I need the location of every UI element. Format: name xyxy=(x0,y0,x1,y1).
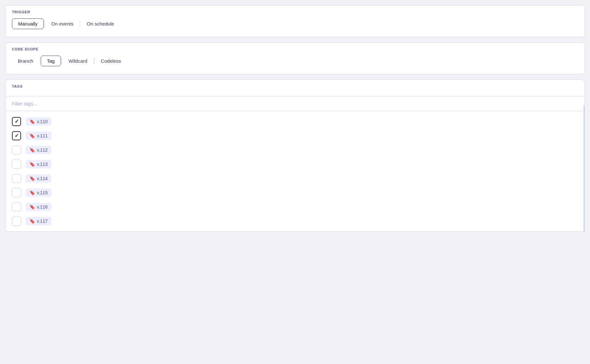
tag-label: v.113 xyxy=(37,162,48,167)
tag-badge-1[interactable]: 🔖v.111 xyxy=(26,132,51,140)
tag-row: ✓🔖v.111 xyxy=(12,129,578,143)
checkmark-icon: ✓ xyxy=(15,133,19,138)
code-scope-label: CODE SCOPE xyxy=(12,47,578,51)
trigger-manually-button[interactable]: Manually xyxy=(12,18,44,29)
tag-badge-2[interactable]: 🔖v.112 xyxy=(26,146,51,154)
tag-badge-3[interactable]: 🔖v.113 xyxy=(26,160,51,168)
trigger-header: TRIGGER Manually On events On schedule xyxy=(5,5,585,37)
tag-icon: 🔖 xyxy=(29,219,35,224)
tag-checkbox-2[interactable] xyxy=(12,145,21,155)
tags-section: TAGS ✓🔖v.110✓🔖v.111🔖v.112🔖v.113🔖v.114🔖v.… xyxy=(5,80,585,232)
tags-label: TAGS xyxy=(12,84,578,88)
tag-icon: 🔖 xyxy=(29,190,35,195)
tag-checkbox-6[interactable] xyxy=(12,202,21,211)
divider-2 xyxy=(80,21,81,27)
tags-header: TAGS xyxy=(5,80,585,96)
tag-icon: 🔖 xyxy=(29,162,35,167)
tag-icon: 🔖 xyxy=(29,119,35,124)
tag-icon: 🔖 xyxy=(29,133,35,138)
tag-label: v.116 xyxy=(37,204,48,209)
code-scope-toggle-group: Branch Tag Wildcard Codeless xyxy=(12,56,578,71)
scope-branch-button[interactable]: Branch xyxy=(12,56,39,66)
tag-badge-0[interactable]: 🔖v.110 xyxy=(26,117,51,126)
filter-input-row xyxy=(5,96,585,111)
scope-tag-button[interactable]: Tag xyxy=(41,56,61,66)
tag-badge-4[interactable]: 🔖v.114 xyxy=(26,174,51,183)
scope-divider-3 xyxy=(94,58,94,64)
tag-checkbox-1[interactable]: ✓ xyxy=(12,131,21,140)
tag-row: 🔖v.112 xyxy=(12,143,578,157)
tag-label: v.110 xyxy=(37,119,48,124)
trigger-section: TRIGGER Manually On events On schedule xyxy=(5,5,585,37)
tag-row: ✓🔖v.110 xyxy=(12,114,578,129)
scope-divider-1 xyxy=(40,58,40,64)
tag-label: v.115 xyxy=(37,190,48,195)
tag-row: 🔖v.115 xyxy=(12,186,578,200)
scroll-hint xyxy=(584,105,585,232)
code-scope-header: CODE SCOPE Branch Tag Wildcard Codeless xyxy=(5,43,585,74)
trigger-label: TRIGGER xyxy=(12,10,578,14)
tag-checkbox-7[interactable] xyxy=(12,217,21,226)
tag-checkbox-3[interactable] xyxy=(12,160,21,169)
tag-label: v.117 xyxy=(37,219,48,224)
tags-section-wrapper: TAGS ✓🔖v.110✓🔖v.111🔖v.112🔖v.113🔖v.114🔖v.… xyxy=(5,80,585,232)
tag-list: ✓🔖v.110✓🔖v.111🔖v.112🔖v.113🔖v.114🔖v.115🔖v… xyxy=(5,111,585,231)
tag-row: 🔖v.116 xyxy=(12,200,578,214)
tag-checkbox-5[interactable] xyxy=(12,188,21,197)
scope-wildcard-button[interactable]: Wildcard xyxy=(63,56,93,66)
tag-checkbox-4[interactable] xyxy=(12,174,21,183)
tag-row: 🔖v.117 xyxy=(12,214,578,228)
tag-icon: 🔖 xyxy=(29,147,35,153)
tag-badge-5[interactable]: 🔖v.115 xyxy=(26,188,51,197)
tag-icon: 🔖 xyxy=(29,176,35,181)
code-scope-section: CODE SCOPE Branch Tag Wildcard Codeless xyxy=(5,42,585,74)
tag-checkbox-0[interactable]: ✓ xyxy=(12,117,21,126)
divider-1 xyxy=(44,21,45,27)
tag-badge-7[interactable]: 🔖v.117 xyxy=(26,217,51,225)
checkmark-icon: ✓ xyxy=(15,119,19,124)
trigger-toggle-group: Manually On events On schedule xyxy=(12,18,578,34)
tag-label: v.112 xyxy=(37,147,48,153)
tag-row: 🔖v.114 xyxy=(12,171,578,186)
tag-label: v.111 xyxy=(37,133,48,138)
tag-badge-6[interactable]: 🔖v.116 xyxy=(26,203,51,211)
tag-row: 🔖v.113 xyxy=(12,157,578,171)
tag-label: v.114 xyxy=(37,176,48,181)
trigger-on-events-button[interactable]: On events xyxy=(46,19,79,29)
filter-tags-input[interactable] xyxy=(5,96,585,111)
trigger-on-schedule-button[interactable]: On schedule xyxy=(81,19,120,29)
scope-codeless-button[interactable]: Codeless xyxy=(95,56,127,66)
scope-divider-2 xyxy=(61,58,62,64)
tag-icon: 🔖 xyxy=(29,204,35,209)
